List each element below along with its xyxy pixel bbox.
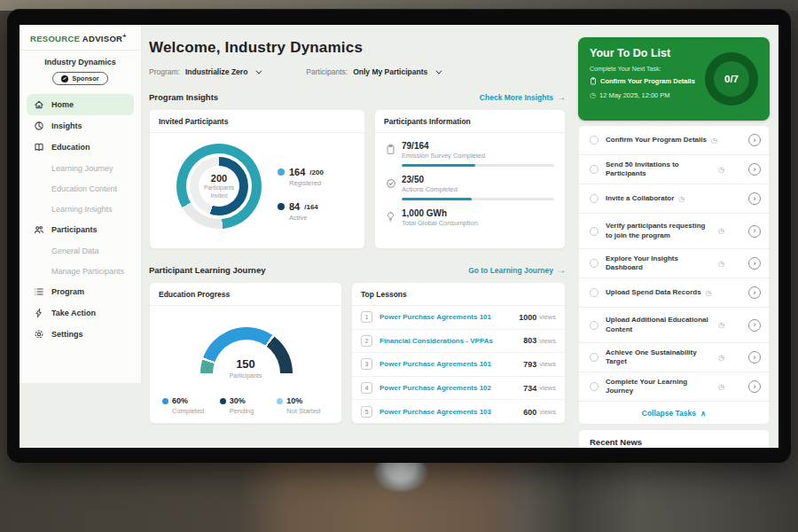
lesson-title-link[interactable]: Power Purchase Agreements 103 — [379, 408, 523, 416]
todo-checkbox[interactable] — [590, 194, 598, 203]
logo-plus: + — [122, 33, 126, 39]
link-label: Check More Insights — [480, 93, 553, 102]
clipboard-icon — [590, 77, 597, 85]
actions-icon — [386, 178, 396, 189]
todo-title: Your To Do List — [590, 47, 670, 59]
legend-item-pending: 30% Pending — [220, 396, 278, 415]
todo-open-button[interactable]: › — [748, 319, 761, 332]
legend-label: Not Started — [286, 407, 334, 415]
clock-icon: ◷ — [718, 166, 724, 174]
todo-checkbox[interactable] — [590, 227, 598, 236]
todo-open-button[interactable]: › — [748, 225, 761, 238]
check-more-insights-link[interactable]: Check More Insights → — [480, 92, 566, 102]
legend-dot — [277, 398, 283, 404]
sidebar-item-education[interactable]: Education — [27, 137, 134, 158]
sidebar-item-program[interactable]: Program — [27, 281, 134, 302]
collapse-tasks-link[interactable]: Collapse Tasks ∧ — [579, 402, 769, 424]
filters-row: Program: Industrialize Zero Participants… — [149, 67, 566, 76]
lesson-views: 1000 — [519, 313, 536, 322]
lesson-views: 734 — [523, 384, 536, 393]
todo-subtitle: Complete Your Next Task: — [590, 66, 661, 72]
todo-checkbox[interactable] — [590, 288, 598, 297]
screen: RESOURCE ADVISOR+ Industry Dynamics Spon… — [20, 25, 778, 448]
sidebar-item-take-action[interactable]: Take Action — [27, 302, 134, 324]
lesson-views-unit: views — [539, 360, 556, 368]
top-lessons-card: Top Lessons 1 Power Purchase Agreements … — [351, 282, 566, 424]
todo-open-button[interactable]: › — [748, 257, 761, 270]
todo-hero-panel: Your To Do List Complete Your Next Task:… — [578, 37, 770, 121]
legend-value: 164 — [289, 167, 305, 177]
sidebar-item-label: Manage Participants — [51, 267, 124, 276]
sidebar-item-label: Education Content — [51, 184, 117, 193]
sidebar-item-general-data[interactable]: General Data — [27, 240, 134, 261]
logo-resource: RESOURCE — [30, 34, 80, 43]
go-to-learning-journey-link[interactable]: Go to Learning Journey → — [468, 265, 566, 275]
sidebar-menu: Home Insights Education Learning Journey… — [20, 94, 141, 345]
page-title: Welcome, Industry Dynamics — [149, 39, 566, 57]
todo-open-button[interactable]: › — [748, 286, 761, 299]
clock-icon: ◷ — [718, 383, 724, 391]
todo-open-button[interactable]: › — [748, 192, 761, 205]
todo-due: ◷ 12 May 2025, 12:00 PM — [590, 91, 670, 99]
book-icon — [34, 142, 44, 153]
sidebar-item-learning-journey[interactable]: Learning Journey — [27, 158, 134, 178]
legend-dot — [278, 168, 285, 176]
legend-value: 30% — [230, 396, 246, 405]
todo-item: Verify participants requesting to join t… — [579, 214, 769, 249]
todo-item-label: Invite a Collaborator — [606, 194, 674, 203]
lesson-title-link[interactable]: Financial Considerations - VPPAs — [379, 337, 523, 345]
todo-next-task-label: Confirm Your Program Details — [600, 77, 695, 85]
lesson-rank: 2 — [361, 335, 372, 347]
participants-filter-label: Participants: — [306, 67, 348, 76]
lesson-views: 793 — [523, 360, 536, 369]
lesson-views-unit: views — [539, 313, 556, 321]
chevron-down-icon[interactable] — [436, 67, 442, 74]
main-content: Welcome, Industry Dynamics Program: Indu… — [149, 25, 566, 424]
lesson-title-link[interactable]: Power Purchase Agreements 102 — [379, 384, 523, 392]
sidebar-item-education-content[interactable]: Education Content — [27, 178, 134, 199]
sponsor-badge-label: Sponsor — [72, 74, 98, 82]
donut-legend: 164/200 Registered 84/164 Active — [278, 167, 324, 236]
sidebar-item-participants[interactable]: Participants — [27, 219, 134, 240]
todo-item: Complete Your Learning Journey ◷ › — [579, 372, 769, 402]
arrow-right-icon: → — [557, 92, 566, 102]
todo-progress-ring: 0/7 — [705, 52, 758, 106]
todo-checkbox[interactable] — [590, 259, 598, 268]
clock-icon: ◷ — [718, 321, 724, 329]
todo-checkbox[interactable] — [590, 136, 598, 145]
sidebar-item-label: Home — [51, 100, 74, 109]
lesson-title-link[interactable]: Power Purchase Agreements 101 — [379, 313, 519, 321]
todo-list-card: Confirm Your Program Details ◷ › Send 50… — [578, 125, 770, 425]
list-icon — [34, 286, 44, 297]
lesson-rank: 1 — [361, 311, 372, 323]
todo-open-button[interactable]: › — [748, 134, 761, 146]
todo-next-task[interactable]: Confirm Your Program Details — [590, 77, 695, 85]
sidebar-item-home[interactable]: Home — [27, 94, 134, 115]
lesson-rank: 4 — [361, 382, 372, 394]
bulb-icon — [386, 211, 395, 223]
program-filter-value[interactable]: Industrialize Zero — [185, 67, 247, 76]
card-title: Top Lessons — [352, 283, 565, 306]
todo-checkbox[interactable] — [590, 165, 598, 174]
todo-checkbox[interactable] — [590, 382, 598, 391]
todo-checkbox[interactable] — [590, 353, 598, 362]
sidebar-item-manage-participants[interactable]: Manage Participants — [27, 261, 134, 281]
stat-value: 23/50 — [402, 175, 458, 184]
todo-open-button[interactable]: › — [748, 380, 761, 393]
sidebar-item-insights[interactable]: Insights — [27, 115, 134, 137]
lesson-title-link[interactable]: Power Purchase Agreements 101 — [379, 360, 523, 368]
todo-open-button[interactable]: › — [748, 163, 761, 176]
sidebar-item-label: Learning Journey — [51, 164, 113, 173]
participants-information-card: Participants Information 79/164 Emission… — [374, 109, 566, 249]
sidebar-item-settings[interactable]: Settings — [27, 324, 134, 345]
todo-item-label: Upload Spend Data Records — [606, 288, 701, 297]
todo-item: Achieve One Sustainability Target ◷ › — [579, 343, 769, 372]
gauge-center-label: Participants — [150, 372, 341, 379]
sidebar-item-learning-insights[interactable]: Learning Insights — [27, 199, 134, 219]
legend-value: 60% — [172, 396, 188, 405]
participants-filter-value[interactable]: Only My Participants — [353, 67, 427, 76]
chevron-down-icon[interactable] — [256, 67, 262, 74]
recent-news-card: Recent News — [578, 429, 770, 448]
todo-open-button[interactable]: › — [748, 351, 761, 364]
todo-checkbox[interactable] — [590, 321, 598, 330]
